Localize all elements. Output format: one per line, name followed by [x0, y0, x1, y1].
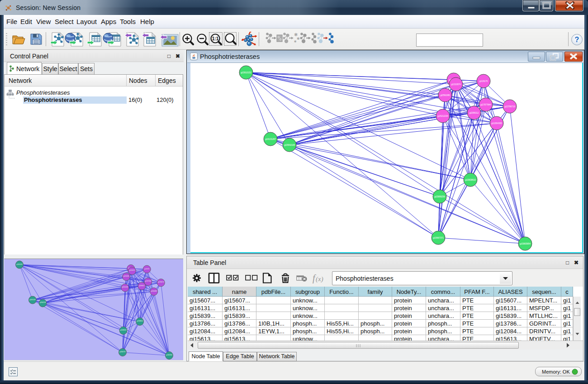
svg-text:gi15642108: gi15642108	[284, 144, 295, 146]
svg-text:gi13786719: gi13786719	[504, 106, 515, 108]
svg-text:gi15667371: gi15667371	[119, 351, 126, 353]
svg-text:gi2592286: gi2592286	[123, 275, 129, 277]
svg-text:gi12064365: gi12064365	[151, 290, 157, 292]
svg-text:gi1310974: gi1310974	[451, 83, 461, 86]
svg-text:✱: ✱	[294, 40, 297, 43]
svg-text:gi15212234: gi15212234	[122, 286, 128, 288]
svg-text:gi15610152: gi15610152	[16, 264, 23, 265]
svg-text:gi15667371: gi15667371	[433, 237, 444, 239]
svg-text:gi15838610: gi15838610	[137, 320, 143, 322]
svg-text:gi15805854: gi15805854	[520, 243, 531, 245]
svg-text:(x): (x)	[316, 275, 323, 283]
svg-text:gi15838610: gi15838610	[465, 179, 476, 181]
svg-text:1:1: 1:1	[212, 36, 219, 41]
svg-text:gi12064365: gi12064365	[491, 122, 502, 125]
svg-text:gi2096312: gi2096312	[469, 112, 479, 114]
svg-text:gi15899256: gi15899256	[120, 329, 127, 331]
svg-text:gi16131267: gi16131267	[29, 299, 36, 301]
svg-text:✱: ✱	[297, 37, 300, 41]
svg-text:gi13786719: gi13786719	[158, 281, 164, 283]
svg-text:gi17977844: gi17977844	[480, 104, 491, 106]
svg-text:gi1310974: gi1310974	[129, 269, 135, 271]
svg-text:gi2096312: gi2096312	[139, 285, 145, 287]
svg-text:gi129176: gi129176	[479, 80, 488, 82]
svg-text:gi15642108: gi15642108	[40, 302, 46, 303]
svg-text:gi15805854: gi15805854	[166, 354, 172, 356]
svg-text:gi17977844: gi17977844	[145, 280, 152, 282]
svg-text:gi16131267: gi16131267	[265, 138, 276, 140]
svg-text:gi15610152: gi15610152	[241, 72, 251, 74]
svg-text:gi2592286: gi2592286	[440, 94, 450, 96]
svg-text:gi15212234: gi15212234	[437, 115, 448, 117]
svg-text:gi129176: gi129176	[144, 268, 149, 270]
svg-text:gi15899256: gi15899256	[434, 196, 445, 198]
